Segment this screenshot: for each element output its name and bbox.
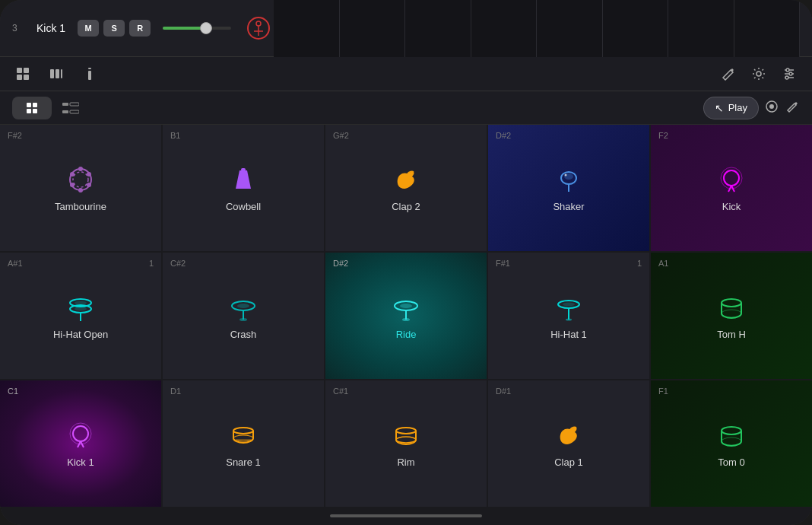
svg-rect-4 xyxy=(17,68,22,73)
svg-rect-7 xyxy=(24,75,29,80)
pad-tom0[interactable]: F1 Tom 0 xyxy=(651,380,812,507)
pad-note: D#2 xyxy=(333,259,348,268)
solo-button[interactable]: S xyxy=(103,20,125,37)
svg-point-40 xyxy=(78,167,83,171)
columns-icon[interactable] xyxy=(46,63,67,84)
mute-button[interactable]: M xyxy=(78,20,99,37)
svg-point-63 xyxy=(239,318,247,321)
crash-icon xyxy=(228,292,259,323)
pad-note: F#1 xyxy=(496,259,510,268)
pad-hihat1[interactable]: F#1 1 Hi-Hat 1 xyxy=(488,253,649,379)
svg-line-19 xyxy=(763,78,764,79)
track-header: 3 Kick 1 M S R xyxy=(0,0,812,57)
tomh-icon xyxy=(716,292,747,323)
edit-icon[interactable] xyxy=(786,100,800,116)
grid-view-button[interactable] xyxy=(12,97,52,119)
volume-thumb xyxy=(200,22,212,34)
list-view-button[interactable] xyxy=(58,97,84,119)
pad-label: Tambourine xyxy=(55,201,106,212)
play-button[interactable]: ↖ Play xyxy=(703,97,759,119)
pad-shaker[interactable]: D#2 Shaker xyxy=(488,125,649,251)
pad-number: 1 xyxy=(637,259,642,268)
pad-kick1[interactable]: C1 Kick 1 xyxy=(0,380,161,507)
pad-clap2[interactable]: G#2 Clap 2 xyxy=(325,125,487,251)
svg-point-27 xyxy=(785,76,788,79)
pencil-icon[interactable] xyxy=(718,63,739,84)
grid-icon[interactable] xyxy=(12,63,33,84)
track-number: 3 xyxy=(12,23,27,33)
pad-snare1[interactable]: D1 Snare 1 xyxy=(163,380,324,507)
pad-hihat-open[interactable]: A#1 1 Hi-Hat Open xyxy=(0,253,161,379)
dot-center-icon[interactable] xyxy=(765,100,779,116)
svg-point-72 xyxy=(722,299,741,307)
pad-note: D#1 xyxy=(496,387,511,396)
play-cursor-icon: ↖ xyxy=(715,102,724,114)
sun-icon[interactable] xyxy=(748,63,769,84)
pad-note: A#1 xyxy=(8,259,23,268)
pad-cowbell[interactable]: B1 Cowbell xyxy=(163,125,324,251)
cowbell-icon xyxy=(228,164,259,195)
pad-note: D#2 xyxy=(496,131,511,140)
shaker-icon xyxy=(553,164,584,195)
info-icon[interactable] xyxy=(79,63,100,84)
svg-point-45 xyxy=(70,172,75,177)
pad-note: D1 xyxy=(170,387,181,396)
scroll-indicator xyxy=(330,514,482,517)
svg-point-65 xyxy=(400,304,412,308)
ride-icon xyxy=(391,292,421,323)
volume-fill xyxy=(163,27,204,30)
svg-point-36 xyxy=(769,104,774,109)
svg-rect-11 xyxy=(88,68,91,69)
svg-rect-46 xyxy=(241,168,246,171)
toolbar xyxy=(0,57,812,91)
toolbar-right xyxy=(718,63,800,84)
timeline-grid xyxy=(274,0,800,57)
svg-point-83 xyxy=(722,427,741,434)
pad-grid: F#2 Tambourine B1 xyxy=(0,125,812,507)
record-button[interactable]: R xyxy=(129,20,151,37)
pad-note: C1 xyxy=(8,387,18,396)
svg-point-58 xyxy=(75,301,87,304)
svg-rect-31 xyxy=(33,109,37,113)
pad-label: Crash xyxy=(230,329,257,340)
pad-label: Clap 2 xyxy=(392,201,420,212)
scroll-indicator-bar xyxy=(0,507,812,525)
svg-point-84 xyxy=(722,438,741,445)
svg-rect-12 xyxy=(88,71,91,80)
pad-note: F1 xyxy=(658,387,668,396)
svg-point-69 xyxy=(563,302,575,306)
svg-rect-30 xyxy=(27,109,31,113)
pad-tambourine[interactable]: F#2 Tambourine xyxy=(0,125,161,251)
pad-ride[interactable]: D#2 Ride xyxy=(325,253,487,379)
svg-line-21 xyxy=(754,78,756,79)
tom0-icon xyxy=(716,420,747,450)
pad-kick-partial[interactable]: F2 Kick xyxy=(651,125,812,251)
pad-crash[interactable]: C#2 Crash xyxy=(163,253,324,379)
pad-note: A1 xyxy=(658,259,668,268)
svg-point-81 xyxy=(396,428,416,434)
svg-point-74 xyxy=(73,426,88,441)
pad-tom-h[interactable]: A1 Tom H xyxy=(651,253,812,379)
track-controls: M S R xyxy=(78,20,151,37)
svg-point-26 xyxy=(789,72,792,75)
svg-point-44 xyxy=(70,183,75,187)
volume-slider[interactable] xyxy=(163,27,231,30)
svg-rect-29 xyxy=(33,103,37,107)
pad-label: Hi-Hat 1 xyxy=(550,329,587,340)
pad-note: F#2 xyxy=(8,131,22,140)
svg-point-39 xyxy=(73,172,88,187)
pad-label: Ride xyxy=(396,329,417,340)
svg-line-18 xyxy=(754,69,756,71)
svg-rect-9 xyxy=(56,69,59,78)
svg-point-67 xyxy=(402,318,410,321)
pad-label: Tom H xyxy=(717,329,746,340)
hihat-open-icon xyxy=(65,292,96,323)
pad-label: Cowbell xyxy=(226,201,261,212)
instrument-icon xyxy=(243,13,274,43)
svg-rect-8 xyxy=(50,69,54,78)
svg-point-42 xyxy=(87,183,91,187)
sliders-icon[interactable] xyxy=(779,63,800,84)
svg-point-51 xyxy=(724,170,739,186)
pad-rim[interactable]: C#1 Rim xyxy=(325,380,487,507)
pad-clap1[interactable]: D#1 Clap 1 xyxy=(488,380,649,507)
